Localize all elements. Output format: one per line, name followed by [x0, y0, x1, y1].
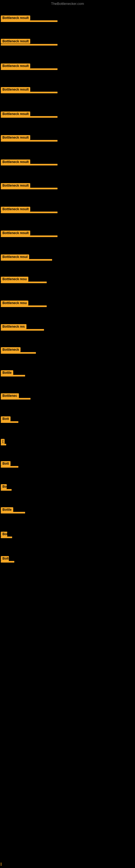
result-bar-5 [1, 116, 57, 118]
bottleneck-badge-21: Bo [1, 484, 7, 489]
result-bar-4 [1, 92, 57, 93]
result-bar-21 [1, 489, 12, 491]
result-bar-20 [1, 466, 18, 468]
result-bar-24 [1, 561, 14, 563]
bottleneck-badge-19: [ [1, 439, 5, 444]
bottleneck-badge-22: Bottle [1, 507, 13, 512]
bottleneck-badge-15: Bottleneck [1, 347, 20, 352]
bottleneck-badge-24: Bolt [1, 556, 9, 561]
result-bar-11 [1, 259, 52, 261]
result-bar-1 [1, 20, 57, 22]
bottleneck-badge-8: Bottleneck result [1, 183, 30, 188]
bottleneck-badge-10: Bottleneck result [1, 230, 30, 236]
bottleneck-badge-4: Bottleneck result [1, 87, 30, 92]
bottleneck-badge-12: Bottleneck resu [1, 277, 28, 282]
result-bar-6 [1, 140, 57, 142]
bottleneck-badge-1: Bottleneck result [1, 16, 30, 20]
bottleneck-badge-17: Bottlenec [1, 393, 19, 398]
bottleneck-badge-13: Bottleneck resu [1, 301, 28, 305]
bottleneck-badge-23: Bol [1, 532, 7, 536]
result-bar-22 [1, 512, 25, 514]
vertical-bar [1, 863, 1, 866]
site-title: TheBottlenecker.com [0, 2, 135, 6]
result-bar-17 [1, 398, 31, 400]
result-bar-23 [1, 536, 12, 538]
bottleneck-badge-18: Bott [1, 416, 10, 421]
result-bar-3 [1, 68, 57, 70]
result-bar-16 [1, 375, 25, 376]
result-bar-9 [1, 212, 57, 213]
bottleneck-badge-3: Bottleneck result [1, 63, 30, 68]
bottleneck-badge-2: Bottleneck result [1, 39, 30, 44]
bottleneck-badge-20: Bott [1, 461, 10, 466]
result-bar-13 [1, 305, 47, 307]
result-bar-10 [1, 236, 57, 237]
bottleneck-badge-5: Bottleneck result [1, 112, 30, 116]
result-bar-8 [1, 188, 57, 189]
bottleneck-badge-9: Bottleneck result [1, 207, 30, 212]
result-bar-19 [1, 444, 6, 445]
result-bar-18 [1, 421, 18, 423]
result-bar-12 [1, 282, 47, 283]
result-bar-2 [1, 44, 57, 45]
result-bar-14 [1, 329, 44, 331]
bottleneck-badge-11: Bottleneck resul [1, 254, 29, 259]
result-bar-15 [1, 352, 36, 354]
bottleneck-badge-14: Bottleneck res [1, 324, 27, 329]
bottleneck-badge-16: Bottle [1, 370, 13, 375]
result-bar-7 [1, 164, 57, 165]
bottleneck-badge-6: Bottleneck result [1, 135, 30, 140]
